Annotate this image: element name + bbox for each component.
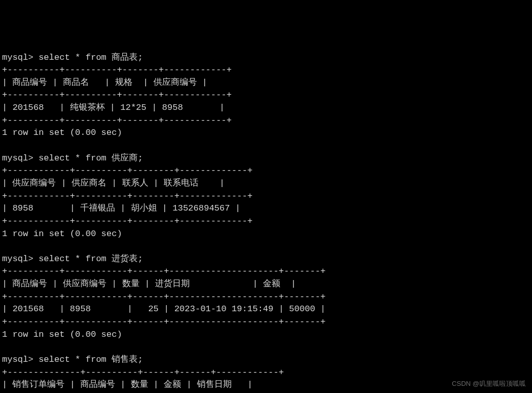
query-2-footer: 1 row in set (0.00 sec): [2, 229, 122, 239]
prompt-3: mysql>: [2, 254, 38, 264]
query-2-sep-mid: +------------+----------+--------+------…: [2, 191, 253, 201]
query-3-row-1: | 201568 | 8958 | 25 | 2023-01-10 19:15:…: [2, 304, 326, 314]
watermark: CSDN @叽里呱啦顶呱呱: [452, 379, 526, 389]
prompt-2: mysql>: [2, 153, 38, 163]
query-1-sep-mid: +----------+----------+-------+---------…: [2, 90, 232, 100]
query-3-sep-mid: +----------+------------+------+--------…: [2, 292, 326, 302]
query-2-sep-top: +------------+----------+--------+------…: [2, 166, 253, 175]
query-3-header: | 商品编号 | 供应商编号 | 数量 | 进货日期 | 金额 |: [2, 279, 296, 289]
query-4-header: | 销售订单编号 | 商品编号 | 数量 | 金额 | 销售日期 |: [2, 380, 253, 389]
query-3-sep-top: +----------+------------+------+--------…: [2, 266, 326, 276]
query-1-sep-bot: +----------+----------+-------+---------…: [2, 115, 232, 125]
query-3-footer: 1 row in set (0.00 sec): [2, 330, 122, 339]
query-1-command: select * from 商品表;: [38, 53, 143, 62]
query-1-footer: 1 row in set (0.00 sec): [2, 128, 122, 137]
query-1-row-1: | 201568 | 纯银茶杯 | 12*25 | 8958 |: [2, 103, 225, 112]
query-2-header: | 供应商编号 | 供应商名 | 联系人 | 联系电话 |: [2, 178, 225, 188]
query-1-sep-top: +----------+----------+-------+---------…: [2, 65, 232, 75]
query-4-sep-top: +--------------+----------+------+------…: [2, 367, 284, 377]
mysql-terminal[interactable]: mysql> select * from 商品表; +----------+--…: [2, 52, 530, 393]
prompt-1: mysql>: [2, 53, 38, 62]
query-2-row-1: | 8958 | 千禧银品 | 胡小姐 | 13526894567 |: [2, 203, 240, 213]
query-4-command: select * from 销售表;: [38, 355, 143, 364]
prompt-4: mysql>: [2, 355, 38, 364]
query-3-sep-bot: +----------+------------+------+--------…: [2, 317, 326, 327]
query-2-sep-bot: +------------+----------+--------+------…: [2, 216, 253, 226]
query-2-command: select * from 供应商;: [38, 153, 143, 163]
query-1-header: | 商品编号 | 商品名 | 规格 | 供应商编号 |: [2, 78, 207, 87]
query-3-command: select * from 进货表;: [38, 254, 143, 264]
